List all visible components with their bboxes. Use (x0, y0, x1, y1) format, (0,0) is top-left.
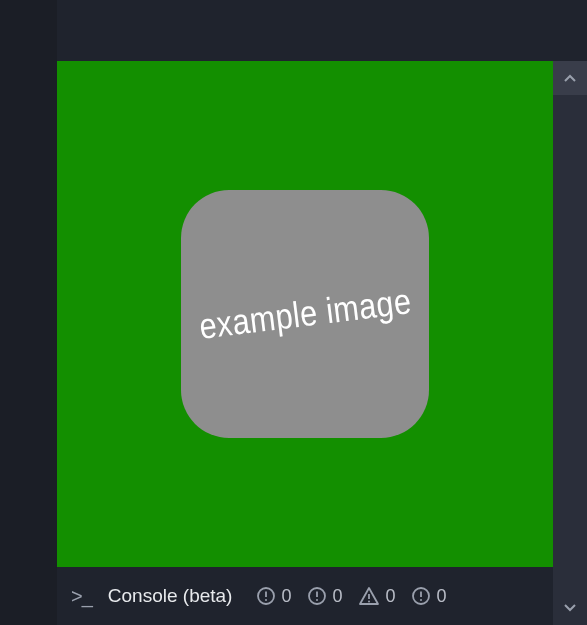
scroll-down-button[interactable] (553, 591, 587, 625)
info-icon (307, 586, 327, 606)
preview-area: example image (57, 61, 553, 567)
console-prompt-icon: >_ (71, 585, 92, 608)
info-count: 0 (332, 586, 342, 607)
other-icon (411, 586, 431, 606)
info-stat[interactable]: 0 (307, 586, 342, 607)
image-tile: example image (181, 190, 429, 438)
scroll-up-button[interactable] (553, 61, 587, 95)
error-icon (256, 586, 276, 606)
other-stat[interactable]: 0 (411, 586, 446, 607)
svg-point-5 (316, 599, 318, 601)
warning-icon (358, 586, 380, 606)
top-bar (57, 0, 587, 61)
warnings-count: 0 (385, 586, 395, 607)
errors-count: 0 (281, 586, 291, 607)
chevron-up-icon (563, 73, 577, 83)
svg-point-2 (265, 599, 267, 601)
console-bar[interactable]: >_ Console (beta) 0 0 (57, 567, 553, 625)
scrollbar-track[interactable] (553, 61, 587, 601)
left-gutter (0, 0, 57, 625)
chevron-down-icon (563, 603, 577, 613)
svg-point-10 (420, 599, 422, 601)
errors-stat[interactable]: 0 (256, 586, 291, 607)
console-label: Console (beta) (108, 585, 233, 607)
warnings-stat[interactable]: 0 (358, 586, 395, 607)
image-tile-label: example image (197, 280, 414, 348)
svg-point-7 (368, 601, 370, 603)
other-count: 0 (436, 586, 446, 607)
